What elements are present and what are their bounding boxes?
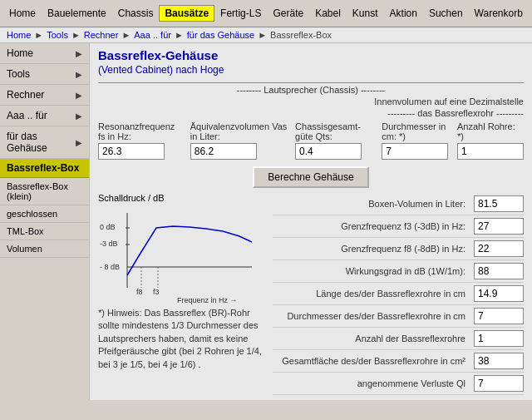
- breadcrumb-tools[interactable]: Tools: [47, 30, 68, 40]
- sidebar-section-bassreflex[interactable]: Bassreflex-Box: [0, 159, 89, 178]
- result-label-grenzf3: Grenzfrequenz f3 (-3dB) in Hz:: [273, 221, 474, 231]
- input-qts[interactable]: [295, 143, 362, 160]
- sidebar-label-tools: Tools: [7, 68, 30, 80]
- result-value-grenzf8[interactable]: [474, 240, 524, 257]
- top-navigation: Home Bauelemente Chassis Bausätze Fertig…: [0, 0, 532, 27]
- result-label-laenge: Länge des/der Bassreflexrohre in cm: [273, 289, 474, 299]
- label-fs: Resonanzfrequenz fs in Hz:: [98, 121, 184, 141]
- nav-chassis[interactable]: Chassis: [112, 5, 160, 22]
- result-value-verluste[interactable]: [474, 375, 524, 392]
- result-value-grenzf3[interactable]: [474, 218, 524, 235]
- sidebar-arrow-tools: ▶: [76, 70, 82, 79]
- sidebar-arrow-rechner: ▶: [76, 91, 82, 100]
- sidebar-label-aaa: Aaa .. für: [7, 110, 47, 121]
- result-row-anzahl: Anzahl der Bassreflexrohre: [273, 328, 524, 350]
- page-title: Bassreflex-Gehäuse: [98, 48, 524, 62]
- input-grid: Resonanzfrequenz fs in Hz: Äquivalenzvol…: [98, 121, 524, 160]
- nav-suchen[interactable]: Suchen: [423, 5, 469, 22]
- sidebar-label-home: Home: [7, 47, 33, 59]
- input-group-vas: Äquivalenzvolumen Vas in Liter:: [190, 121, 288, 160]
- page-subtitle: (Vented Cabinet) nach Hoge: [98, 64, 524, 76]
- sidebar-item-tools[interactable]: Tools ▶: [0, 64, 89, 85]
- sidebar-label-rechner: Rechner: [7, 89, 44, 101]
- result-row-durchm: Durchmesser des/der Bassreflexrohre in c…: [273, 305, 524, 328]
- sidebar-item-aaa[interactable]: Aaa .. für ▶: [0, 106, 89, 126]
- result-row-verluste: angenommene Verluste Ql: [273, 373, 524, 395]
- result-row-wirkungsgrad: Wirkungsgrad in dB (1W/1m):: [273, 260, 524, 283]
- result-value-flaeche[interactable]: [474, 353, 524, 369]
- nav-bausaetze[interactable]: Bausätze: [159, 5, 214, 22]
- main-layout: Home ▶ Tools ▶ Rechner ▶ Aaa .. für ▶ fü…: [0, 43, 532, 400]
- svg-text:-3 dB: -3 dB: [100, 240, 118, 248]
- breadcrumb-rechner[interactable]: Rechner: [84, 30, 119, 40]
- nav-home[interactable]: Home: [3, 5, 42, 22]
- result-value-volumen[interactable]: [474, 195, 524, 212]
- svg-text:f3: f3: [153, 288, 160, 296]
- sidebar: Home ▶ Tools ▶ Rechner ▶ Aaa .. für ▶ fü…: [0, 43, 90, 400]
- result-row-flaeche: Gesamtfläche des/der Bassreflexrohre in …: [273, 350, 524, 373]
- svg-text:f8: f8: [136, 288, 143, 296]
- svg-text:Frequenz in Hz →: Frequenz in Hz →: [177, 296, 238, 304]
- breadcrumb-gehaeuse[interactable]: für das Gehäuse: [187, 30, 254, 40]
- nav-geraete[interactable]: Geräte: [267, 5, 309, 22]
- result-label-durchm: Durchmesser des/der Bassreflexrohre in c…: [273, 311, 474, 321]
- sidebar-arrow-aaa: ▶: [76, 111, 82, 121]
- input-vas[interactable]: [190, 143, 257, 160]
- input-fs[interactable]: [98, 143, 165, 160]
- label-anzahl: Anzahl Rohre: *): [457, 121, 524, 141]
- cart-area: Warenkorb 🛒 0 Artikel: [469, 2, 532, 25]
- result-label-flaeche: Gesamtfläche des/der Bassreflexrohre in …: [273, 356, 474, 366]
- nav-fertig-ls[interactable]: Fertig-LS: [214, 5, 267, 22]
- breadcrumb: Home ► Tools ► Rechner ► Aaa .. für ► fü…: [0, 27, 532, 43]
- sidebar-item-rechner[interactable]: Rechner ▶: [0, 85, 89, 106]
- nav-kabel[interactable]: Kabel: [309, 5, 347, 22]
- result-value-anzahl[interactable]: [474, 330, 524, 347]
- label-qts: Chassisgesamt- güte Qts:: [295, 121, 375, 141]
- cart-link[interactable]: Warenkorb: [469, 5, 529, 22]
- svg-text:0 dB: 0 dB: [100, 223, 116, 231]
- sidebar-sub-tml[interactable]: TML-Box: [0, 223, 89, 240]
- hint-bassreflex: --------- das Bassreflexrohr ---------: [98, 108, 524, 118]
- sidebar-arrow-home: ▶: [76, 49, 82, 58]
- result-row-volumen: Boxen-Volumen in Liter:: [273, 193, 524, 215]
- result-row-laenge: Länge des/der Bassreflexrohre in cm: [273, 283, 524, 305]
- result-label-grenzf8: Grenzfrequenz f8 (-8dB) in Hz:: [273, 244, 474, 254]
- input-group-anzahl: Anzahl Rohre: *): [457, 121, 524, 160]
- input-anzahl[interactable]: [457, 143, 524, 160]
- breadcrumb-aaa[interactable]: Aaa .. für: [134, 30, 171, 40]
- result-label-volumen: Boxen-Volumen in Liter:: [273, 199, 474, 209]
- sidebar-sub-geschlossen[interactable]: geschlossen: [0, 205, 89, 223]
- speaker-section-header: -------- Lautsprecher (Chassis) --------: [98, 82, 524, 95]
- sidebar-item-gehaeuse[interactable]: für das Gehäuse ▶: [0, 126, 89, 159]
- result-label-wirkungsgrad: Wirkungsgrad in dB (1W/1m):: [273, 266, 474, 276]
- input-durchmesser[interactable]: [382, 143, 448, 160]
- calculate-button[interactable]: Berechne Gehäuse: [253, 166, 368, 188]
- label-vas: Äquivalenzvolumen Vas in Liter:: [190, 121, 288, 141]
- input-group-durchmesser: Durchmesser in cm: *): [382, 121, 451, 160]
- chart-svg: 0 dB -3 dB - 8 dB f8: [98, 205, 256, 304]
- result-row-grenzf8: Grenzfrequenz f8 (-8dB) in Hz:: [273, 238, 524, 260]
- result-label-anzahl: Anzahl der Bassreflexrohre: [273, 334, 474, 343]
- results-area: Boxen-Volumen in Liter: Grenzfrequenz f3…: [273, 193, 524, 395]
- nav-kunst[interactable]: Kunst: [347, 5, 384, 22]
- nav-bauelemente[interactable]: Bauelemente: [42, 5, 112, 22]
- result-row-grenzf3: Grenzfrequenz f3 (-3dB) in Hz:: [273, 215, 524, 238]
- hint-decimal: Innenvolumen auf eine Dezimalstelle: [98, 96, 524, 106]
- result-value-durchm[interactable]: [474, 308, 524, 324]
- chart-container: Schalldruck / dB 0 dB -3 dB - 8 dB: [98, 193, 264, 307]
- input-group-qts: Chassisgesamt- güte Qts:: [295, 121, 375, 160]
- input-group-fs: Resonanzfrequenz fs in Hz:: [98, 121, 184, 160]
- sidebar-arrow-gehaeuse: ▶: [76, 138, 82, 147]
- lower-section: Schalldruck / dB 0 dB -3 dB - 8 dB: [98, 193, 524, 395]
- result-value-laenge[interactable]: [474, 285, 524, 302]
- sidebar-item-home[interactable]: Home ▶: [0, 43, 89, 64]
- breadcrumb-home[interactable]: Home: [7, 30, 31, 40]
- chart-title: Schalldruck / dB: [98, 193, 264, 203]
- result-value-wirkungsgrad[interactable]: [474, 263, 524, 279]
- nav-aktion[interactable]: Aktion: [384, 5, 423, 22]
- svg-text:- 8 dB: - 8 dB: [100, 263, 120, 271]
- lower-left: Schalldruck / dB 0 dB -3 dB - 8 dB: [98, 193, 273, 395]
- sidebar-sub-volumen[interactable]: Volumen: [0, 240, 89, 258]
- sidebar-label-gehaeuse: für das Gehäuse: [7, 131, 76, 154]
- sidebar-sub-klein[interactable]: Bassreflex-Box (klein): [0, 178, 89, 205]
